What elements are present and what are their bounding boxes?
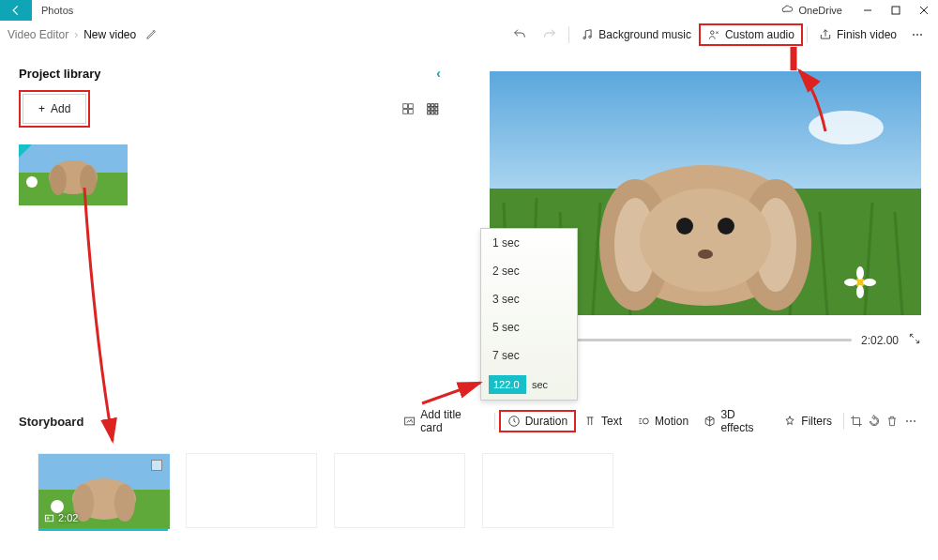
background-music-label: Background music [598, 28, 691, 41]
svg-point-25 [809, 111, 884, 144]
fold-icon [19, 144, 32, 158]
rotate-icon[interactable] [866, 412, 884, 431]
svg-rect-14 [435, 108, 438, 111]
3d-effects-label: 3D effects [720, 408, 768, 434]
back-button[interactable] [0, 0, 32, 21]
svg-point-58 [863, 279, 876, 286]
3d-effects-button[interactable]: 3D effects [696, 404, 776, 438]
duration-input[interactable] [489, 375, 526, 394]
duration-label: Duration [525, 415, 567, 428]
maximize-button[interactable] [882, 0, 910, 21]
close-button[interactable] [910, 0, 938, 21]
svg-point-43 [718, 218, 734, 235]
storyboard-more-icon[interactable]: ⋯ [901, 412, 919, 431]
more-button[interactable]: ⋯ [904, 24, 930, 45]
filters-button[interactable]: Filters [776, 411, 840, 431]
breadcrumb-name[interactable]: New video [83, 28, 136, 41]
redo-button[interactable] [535, 23, 565, 46]
add-title-card-label: Add title card [420, 408, 482, 434]
motion-label: Motion [655, 415, 688, 428]
svg-point-67 [51, 500, 64, 513]
collapse-icon[interactable]: ‹ [436, 66, 441, 81]
finish-video-label: Finish video [837, 28, 897, 41]
svg-point-57 [844, 279, 857, 286]
duration-option[interactable]: 2 sec [481, 257, 577, 285]
library-title: Project library [19, 67, 100, 81]
svg-point-42 [676, 218, 693, 235]
text-button[interactable]: Text [576, 411, 629, 431]
minimize-button[interactable] [854, 0, 882, 21]
storyboard-label: Storyboard [19, 415, 83, 429]
add-title-card-button[interactable]: Add title card [396, 404, 491, 438]
svg-rect-9 [428, 104, 431, 107]
clip-duration: 2:02 [44, 512, 78, 523]
duration-option[interactable]: 1 sec [481, 229, 577, 257]
svg-point-56 [856, 285, 864, 298]
svg-rect-11 [435, 104, 438, 107]
add-button[interactable]: + Add [23, 94, 86, 124]
clip-checkbox[interactable] [151, 460, 162, 471]
duration-unit: sec [532, 379, 548, 390]
svg-rect-13 [431, 108, 434, 111]
clip-progress [38, 528, 168, 531]
svg-rect-17 [435, 112, 438, 114]
svg-rect-12 [428, 108, 431, 111]
breadcrumb-editor[interactable]: Video Editor [8, 28, 68, 41]
duration-popup: 1 sec 2 sec 3 sec 5 sec 7 sec sec [480, 228, 578, 401]
svg-rect-10 [431, 104, 434, 107]
storyboard-clip[interactable]: 2:02 [38, 453, 169, 528]
undo-button[interactable] [505, 23, 535, 46]
add-label: Add [51, 102, 70, 115]
finish-video-button[interactable]: Finish video [811, 24, 904, 45]
svg-point-61 [643, 418, 648, 424]
svg-point-41 [640, 189, 771, 292]
view-large-icon[interactable] [400, 100, 416, 117]
motion-button[interactable]: Motion [629, 411, 696, 431]
crop-icon[interactable] [848, 412, 866, 431]
library-thumbnail[interactable] [19, 144, 128, 205]
svg-point-69 [47, 517, 49, 519]
divider [843, 413, 844, 430]
storyboard-clip-empty[interactable] [334, 453, 465, 528]
svg-point-4 [710, 31, 714, 35]
filters-label: Filters [801, 415, 832, 428]
delete-icon[interactable] [884, 412, 901, 431]
duration-option[interactable]: 5 sec [481, 313, 577, 341]
storyboard-clip-empty[interactable] [482, 453, 613, 528]
svg-point-55 [856, 266, 864, 280]
duration-option[interactable]: 3 sec [481, 285, 577, 313]
chevron-right-icon: › [74, 28, 78, 41]
svg-point-22 [80, 165, 97, 195]
svg-rect-7 [403, 110, 408, 114]
svg-point-21 [50, 165, 67, 195]
svg-rect-1 [892, 7, 900, 14]
time-end: 2:02.00 [861, 334, 899, 347]
svg-point-23 [26, 176, 38, 188]
timeline-track[interactable] [537, 339, 852, 341]
svg-rect-15 [428, 112, 431, 114]
svg-rect-16 [431, 112, 434, 114]
onedrive-label: OneDrive [799, 5, 842, 16]
custom-audio-button[interactable]: Custom audio [699, 23, 803, 46]
storyboard-clip-empty[interactable] [186, 453, 317, 528]
divider [494, 413, 495, 430]
breadcrumb: Video Editor › New video [8, 28, 136, 41]
plus-icon: + [38, 102, 45, 115]
onedrive-button[interactable]: OneDrive [781, 4, 842, 17]
custom-audio-label: Custom audio [725, 28, 794, 41]
background-music-button[interactable]: Background music [573, 24, 699, 45]
svg-point-66 [114, 484, 135, 522]
view-small-icon[interactable] [424, 100, 441, 117]
duration-option[interactable]: 7 sec [481, 341, 577, 370]
fullscreen-icon[interactable] [908, 332, 921, 348]
divider [568, 26, 569, 43]
rename-icon[interactable] [145, 27, 159, 43]
svg-rect-6 [409, 104, 414, 109]
app-title: Photos [41, 5, 73, 16]
divider [807, 26, 808, 43]
duration-button[interactable]: Duration [499, 410, 576, 432]
svg-rect-8 [409, 110, 414, 114]
text-label: Text [601, 415, 622, 428]
svg-rect-5 [403, 104, 408, 109]
svg-point-44 [698, 250, 713, 259]
